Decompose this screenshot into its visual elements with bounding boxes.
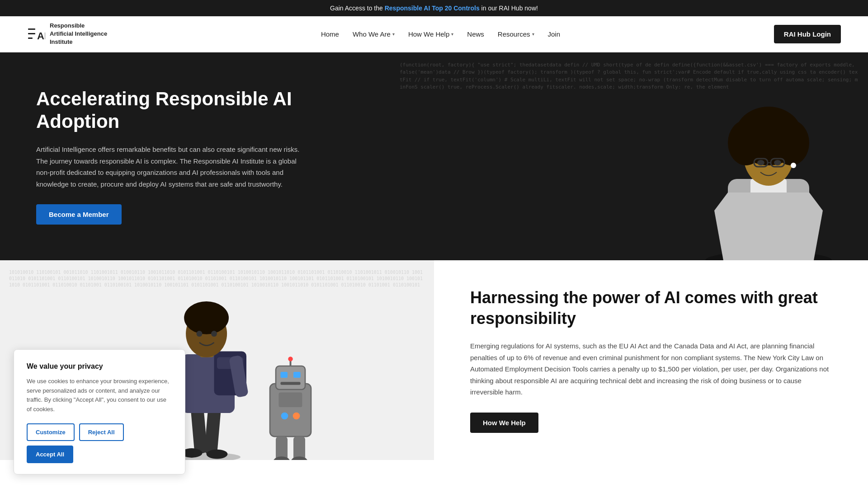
hero-heading: Accelerating Responsible AI Adoption: [36, 88, 307, 133]
svg-point-30: [184, 301, 229, 334]
hero-description: Artificial Intelligence offers remarkabl…: [36, 144, 307, 190]
second-heading: Harnessing the power of AI comes with gr…: [470, 287, 832, 330]
svg-rect-44: [279, 392, 302, 407]
cookie-buttons: Customize Reject All Accept All: [27, 423, 172, 460]
cookie-banner: We value your privacy We use cookies to …: [14, 349, 185, 460]
second-description: Emerging regulations for AI systems, suc…: [470, 340, 832, 398]
logo[interactable]: AI Responsible Artificial Intelligence I…: [27, 22, 107, 47]
cookie-customize-button[interactable]: Customize: [27, 423, 75, 441]
how-we-help-chevron: ▾: [451, 32, 453, 37]
hero-person-illustration: [391, 52, 868, 260]
svg-rect-0: [28, 28, 35, 30]
how-we-help-button[interactable]: How We Help: [470, 413, 538, 433]
banner-text-after: in our RAI Hub now!: [480, 5, 538, 12]
become-member-button[interactable]: Become a Member: [36, 204, 122, 225]
navbar: AI Responsible Artificial Intelligence I…: [0, 16, 868, 52]
hero-content: Accelerating Responsible AI Adoption Art…: [0, 61, 344, 252]
banner-text-before: Gain Access to the: [330, 5, 385, 12]
cookie-title: We value your privacy: [27, 362, 172, 371]
svg-text:AI: AI: [37, 30, 45, 42]
cookie-accept-button[interactable]: Accept All: [27, 446, 73, 460]
nav-who-we-are[interactable]: Who We Are ▾: [353, 30, 395, 38]
rai-hub-login-button[interactable]: RAI Hub Login: [774, 25, 841, 43]
svg-rect-34: [276, 366, 305, 389]
svg-rect-1: [28, 33, 35, 34]
svg-point-46: [293, 412, 300, 419]
top-banner: Gain Access to the Responsible AI Top 20…: [0, 0, 868, 16]
svg-rect-36: [293, 372, 301, 378]
resources-chevron: ▾: [532, 32, 534, 37]
who-we-are-chevron: ▾: [392, 32, 395, 37]
svg-point-32: [211, 331, 217, 337]
hero-right: (function(root, factory){ "use strict"; …: [391, 52, 868, 260]
nav-join[interactable]: Join: [548, 30, 561, 38]
svg-point-15: [757, 160, 764, 165]
svg-point-43: [288, 357, 292, 361]
svg-point-45: [281, 412, 288, 419]
logo-icon: AI: [27, 25, 45, 43]
nav-home[interactable]: Home: [321, 30, 339, 38]
nav-links: Home Who We Are ▾ How We Help ▾ News Res…: [321, 30, 560, 38]
nav-resources[interactable]: Resources ▾: [498, 30, 534, 38]
nav-how-we-help[interactable]: How We Help ▾: [408, 30, 453, 38]
logo-text: Responsible Artificial Intelligence Inst…: [50, 22, 107, 47]
robot-figure: [267, 357, 314, 460]
svg-rect-33: [270, 384, 311, 436]
svg-rect-20: [204, 407, 221, 455]
svg-point-17: [791, 163, 796, 168]
svg-rect-35: [280, 372, 288, 378]
svg-rect-2: [28, 38, 33, 39]
nav-news[interactable]: News: [467, 30, 484, 38]
cookie-text: We use cookies to enhance your browsing …: [27, 377, 172, 414]
logo-svg: AI: [27, 25, 45, 43]
banner-link[interactable]: Responsible AI Top 20 Controls: [385, 5, 480, 12]
svg-point-22: [207, 449, 228, 459]
svg-point-16: [774, 160, 781, 165]
svg-rect-37: [280, 382, 300, 385]
hero-section: Accelerating Responsible AI Adoption Art…: [0, 52, 868, 260]
cookie-reject-button[interactable]: Reject All: [79, 423, 124, 441]
svg-point-31: [196, 331, 202, 337]
second-right-content: Harnessing the power of AI comes with gr…: [434, 260, 868, 460]
